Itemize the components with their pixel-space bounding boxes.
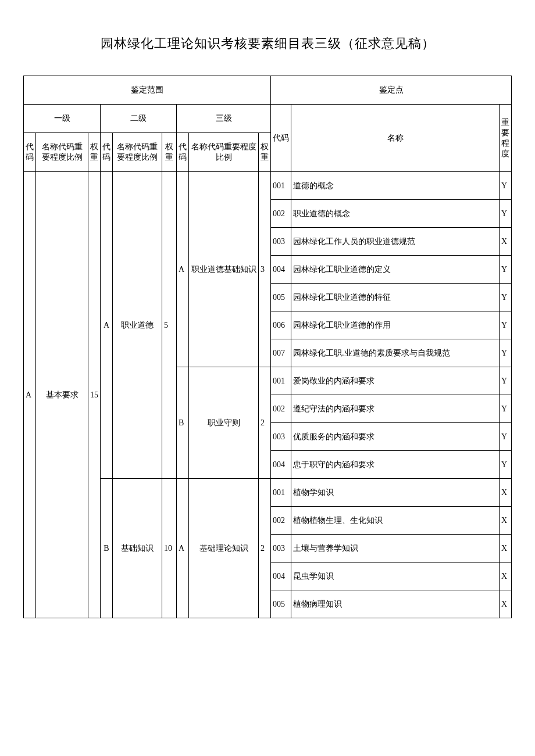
- point-code: 005: [271, 284, 291, 311]
- point-name: 园林绿化工职业道德的作用: [291, 311, 500, 339]
- point-name: 园林绿化工职业道德的特征: [291, 284, 500, 311]
- point-code: 002: [271, 200, 291, 228]
- point-name: 爱岗敬业的内涵和要求: [291, 367, 500, 395]
- point-level: X: [500, 479, 512, 507]
- point-name: 优质服务的内涵和要求: [291, 423, 500, 451]
- l3-weight: 3: [259, 172, 271, 367]
- point-code: 005: [271, 590, 291, 618]
- point-name: 植物学知识: [291, 479, 500, 507]
- point-code: 004: [271, 256, 291, 284]
- table-row: A 基本要求 15 A 职业道德 5 A 职业道德基础知识 3 001 道德的概…: [24, 172, 512, 200]
- header-point-code: 代码: [271, 105, 291, 172]
- assessment-table: 鉴定范围 鉴定点 一级 二级 三级 代码 名称 重要程度 代码 名称代码重要程度…: [23, 76, 512, 618]
- header-l3-code: 代码: [177, 133, 189, 172]
- l3-name: 职业道德基础知识: [189, 172, 259, 367]
- l2-name: 基础知识: [113, 479, 162, 618]
- point-code: 003: [271, 228, 291, 256]
- point-name: 遵纪守法的内涵和要求: [291, 395, 500, 423]
- header-l1-weight: 权重: [88, 133, 101, 172]
- l2-name: 职业道德: [113, 172, 162, 479]
- point-level: X: [500, 228, 512, 256]
- point-code: 006: [271, 311, 291, 339]
- point-level: Y: [500, 451, 512, 479]
- header-level2: 二级: [101, 105, 177, 133]
- point-level: Y: [500, 367, 512, 395]
- l3-code: A: [177, 479, 189, 618]
- l3-code: B: [177, 367, 189, 479]
- point-level: Y: [500, 200, 512, 228]
- point-code: 002: [271, 395, 291, 423]
- header-point-level: 重要程度: [500, 105, 512, 172]
- l3-code: A: [177, 172, 189, 367]
- point-code: 004: [271, 451, 291, 479]
- point-code: 004: [271, 562, 291, 590]
- header-scope: 鉴定范围: [24, 76, 271, 105]
- l2-weight: 5: [162, 172, 177, 479]
- point-level: X: [500, 590, 512, 618]
- point-code: 001: [271, 172, 291, 200]
- point-name: 忠于职守的内涵和要求: [291, 451, 500, 479]
- header-l3-weight: 权重: [259, 133, 271, 172]
- point-level: Y: [500, 256, 512, 284]
- point-code: 002: [271, 507, 291, 535]
- point-level: Y: [500, 423, 512, 451]
- header-level3: 三级: [177, 105, 271, 133]
- point-name: 园林绿化工职.业道德的素质要求与自我规范: [291, 339, 500, 367]
- l3-weight: 2: [259, 367, 271, 479]
- header-l1-name: 名称代码重要程度比例: [36, 133, 88, 172]
- l3-name: 基础理论知识: [189, 479, 259, 618]
- point-level: Y: [500, 172, 512, 200]
- l3-name: 职业守则: [189, 367, 259, 479]
- header-l1-code: 代码: [24, 133, 36, 172]
- header-l2-name: 名称代码重要程度比例: [113, 133, 162, 172]
- point-level: Y: [500, 311, 512, 339]
- header-point-name: 名称: [291, 105, 500, 172]
- header-l2-weight: 权重: [162, 133, 177, 172]
- l1-name: 基本要求: [36, 172, 88, 618]
- point-name: 道德的概念: [291, 172, 500, 200]
- point-level: Y: [500, 395, 512, 423]
- point-name: 植物植物生理、生化知识: [291, 507, 500, 535]
- point-name: 职业道德的概念: [291, 200, 500, 228]
- point-name: 昆虫学知识: [291, 562, 500, 590]
- header-l3-name: 名称代码重要程度比例: [189, 133, 259, 172]
- l3-weight: 2: [259, 479, 271, 618]
- header-point: 鉴定点: [271, 76, 512, 105]
- header-level1: 一级: [24, 105, 101, 133]
- l1-weight: 15: [88, 172, 101, 618]
- point-code: 003: [271, 535, 291, 562]
- point-level: Y: [500, 284, 512, 311]
- point-level: X: [500, 507, 512, 535]
- point-level: X: [500, 562, 512, 590]
- point-code: 003: [271, 423, 291, 451]
- point-level: Y: [500, 339, 512, 367]
- l2-code: B: [101, 479, 113, 618]
- document-title: 园林绿化工理论知识考核要素细目表三级（征求意见稿）: [23, 35, 512, 52]
- point-name: 植物病理知识: [291, 590, 500, 618]
- point-code: 001: [271, 479, 291, 507]
- point-name: 园林绿化工职业道德的定义: [291, 256, 500, 284]
- point-level: X: [500, 535, 512, 562]
- l2-code: A: [101, 172, 113, 479]
- l1-code: A: [24, 172, 36, 618]
- point-code: 001: [271, 367, 291, 395]
- l2-weight: 10: [162, 479, 177, 618]
- point-name: 园林绿化工作人员的职业道德规范: [291, 228, 500, 256]
- point-name: 土壤与营养学知识: [291, 535, 500, 562]
- point-code: 007: [271, 339, 291, 367]
- header-l2-code: 代码: [101, 133, 113, 172]
